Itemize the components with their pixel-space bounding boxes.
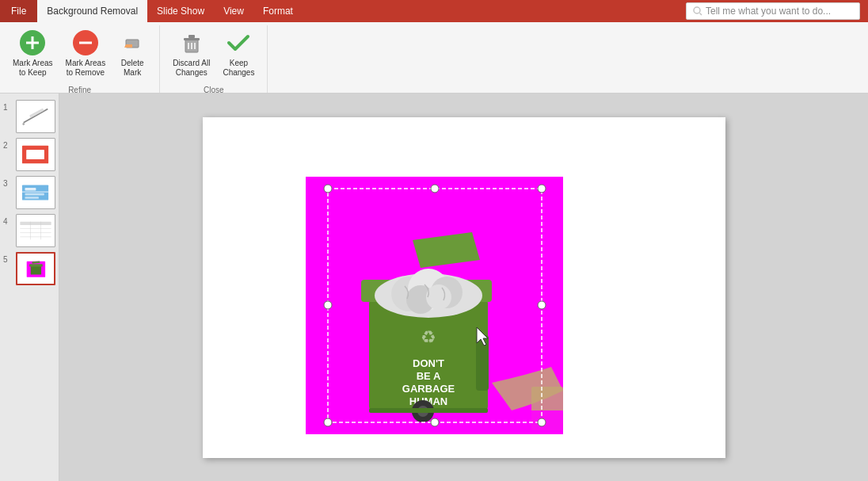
mark-areas-keep-button[interactable]: Mark Areas to Keep: [6, 25, 59, 81]
svg-point-64: [538, 185, 546, 193]
slide-thumb-1[interactable]: 1: [3, 100, 55, 133]
svg-rect-38: [31, 265, 41, 275]
keep-changes-button[interactable]: Keep Changes: [216, 25, 261, 81]
svg-point-66: [538, 418, 546, 426]
slide-num-4: 4: [3, 217, 13, 226]
ribbon-group-close: Discard All Changes Keep Changes Close: [160, 25, 268, 93]
tab-view[interactable]: View: [214, 0, 253, 22]
svg-text:BE A: BE A: [416, 370, 440, 382]
slide-thumb-5[interactable]: 5: [3, 252, 55, 285]
svg-rect-26: [25, 188, 36, 190]
svg-point-69: [324, 301, 332, 309]
svg-rect-11: [184, 38, 200, 40]
svg-point-63: [324, 185, 332, 193]
slide-img-4[interactable]: [16, 214, 55, 247]
tab-format[interactable]: Format: [253, 0, 303, 22]
slide-num-2: 2: [3, 141, 13, 150]
svg-rect-8: [126, 44, 132, 48]
mark-areas-remove-label: Mark Areas to Remove: [66, 59, 106, 78]
slide-img-2[interactable]: [16, 138, 55, 171]
discard-all-changes-button[interactable]: Discard All Changes: [166, 25, 216, 81]
discard-all-changes-icon: [177, 29, 206, 57]
slide-canvas: ♻ DON'T BE A GARBAGE HUMAN: [203, 117, 725, 458]
svg-rect-28: [25, 197, 38, 199]
slide-num-5: 5: [3, 255, 13, 264]
tab-file[interactable]: File: [0, 0, 37, 22]
delete-mark-button[interactable]: Delete Mark: [112, 25, 153, 81]
ribbon-group-close-inner: Discard All Changes Keep Changes: [166, 25, 261, 84]
svg-text:DON'T: DON'T: [413, 357, 444, 369]
svg-point-65: [324, 418, 332, 426]
ribbon-tabs: File Background Removal Slide Show View …: [0, 0, 868, 22]
svg-rect-58: [476, 335, 489, 391]
keep-changes-icon: [224, 29, 253, 57]
slide-img-3[interactable]: [16, 176, 55, 209]
svg-line-1: [700, 13, 702, 16]
svg-point-68: [431, 418, 439, 426]
slide-thumb-4[interactable]: 4: [3, 214, 55, 247]
svg-point-0: [694, 7, 700, 13]
svg-text:GARBAGE: GARBAGE: [402, 383, 455, 395]
tab-background-removal[interactable]: Background Removal: [37, 0, 147, 22]
slide-thumb-3[interactable]: 3: [3, 176, 55, 209]
svg-rect-27: [25, 193, 44, 196]
tab-slide-show[interactable]: Slide Show: [147, 0, 214, 22]
svg-rect-59: [369, 408, 488, 413]
svg-point-50: [426, 284, 451, 310]
image-container[interactable]: ♻ DON'T BE A GARBAGE HUMAN: [306, 177, 563, 434]
svg-point-70: [538, 301, 546, 309]
svg-rect-12: [188, 35, 195, 38]
search-icon: [693, 6, 702, 16]
search-placeholder: Tell me what you want to do...: [706, 6, 831, 17]
slide-num-1: 1: [3, 103, 13, 112]
ribbon-group-refine-inner: Mark Areas to Keep Mark Areas to Remove: [6, 25, 153, 84]
slide-img-1[interactable]: [16, 100, 55, 133]
canvas-area: ♻ DON'T BE A GARBAGE HUMAN: [59, 94, 868, 481]
slide-num-3: 3: [3, 179, 13, 188]
delete-mark-label: Delete Mark: [121, 59, 144, 78]
delete-mark-icon: [118, 29, 147, 57]
svg-rect-30: [20, 222, 51, 225]
svg-point-67: [431, 185, 439, 193]
svg-rect-29: [17, 216, 55, 246]
trash-can-image: ♻ DON'T BE A GARBAGE HUMAN: [306, 177, 563, 434]
main-area: 1 2: [0, 94, 868, 481]
mark-areas-keep-icon: [18, 29, 47, 57]
mark-areas-remove-button[interactable]: Mark Areas to Remove: [59, 25, 112, 81]
slide-img-5[interactable]: [16, 252, 55, 285]
ribbon-group-refine: Mark Areas to Keep Mark Areas to Remove: [0, 25, 160, 93]
svg-text:♻: ♻: [421, 327, 436, 347]
mark-areas-remove-icon: [71, 29, 100, 57]
mark-areas-keep-label: Mark Areas to Keep: [13, 59, 53, 78]
svg-rect-39: [29, 264, 43, 266]
svg-rect-22: [26, 150, 44, 159]
search-bar[interactable]: Tell me what you want to do...: [686, 2, 860, 20]
keep-changes-label: Keep Changes: [223, 59, 254, 78]
slide-thumb-2[interactable]: 2: [3, 138, 55, 171]
slide-panel: 1 2: [0, 94, 59, 481]
ribbon-content: Mark Areas to Keep Mark Areas to Remove: [0, 22, 868, 94]
discard-all-changes-label: Discard All Changes: [173, 59, 210, 78]
